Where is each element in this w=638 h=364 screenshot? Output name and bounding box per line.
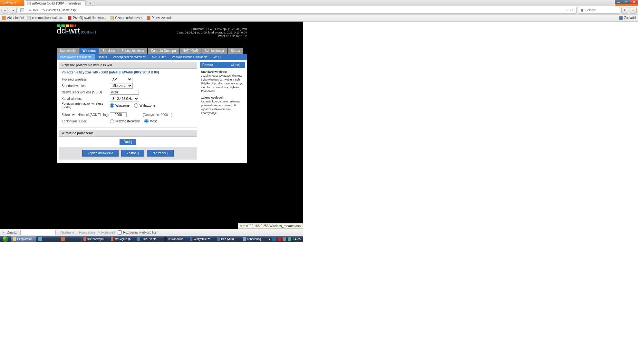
youtube-icon xyxy=(68,16,72,20)
label-broadcast: Pokazywanie nazwy wireless (SSID) xyxy=(62,102,110,109)
taskbar-item[interactable]: Bez tytułu - ... xyxy=(215,236,241,242)
form-physical: Polaczenie fizyczne wl0 - SSID [inteli ]… xyxy=(59,69,197,128)
section-physical-title: Fizyczne polaczenie wireless wl0 xyxy=(59,62,197,69)
tab-security[interactable]: Zabezpieczenia xyxy=(118,48,147,54)
wanip-text: WAN IP: 192.168.10.2 xyxy=(57,34,247,38)
start-button[interactable] xyxy=(0,236,11,242)
url-bar[interactable]: 192.168.0.253/Wireless_Basic.asp ☆ ▾ ↻ xyxy=(18,7,577,14)
help-em: Wylaczone xyxy=(201,90,215,93)
bookmark-label: chrome://seoquake/c... xyxy=(32,16,64,20)
input-ack[interactable] xyxy=(110,112,127,117)
apply-button[interactable]: Zastosuj xyxy=(121,150,144,157)
page-icon xyxy=(27,2,31,5)
window-minimize[interactable]: — xyxy=(615,0,623,4)
tab-wireless[interactable]: Wireless xyxy=(79,48,99,54)
bookmark-item[interactable]: Prześlij swój film wide... xyxy=(68,16,107,20)
radio-bridged[interactable] xyxy=(144,119,149,123)
taskbar-item[interactable]: ddnsconfig.... xyxy=(241,236,266,242)
tab-access[interactable]: Kontrola Dostepu xyxy=(148,48,179,54)
select-standard[interactable]: Mieszana xyxy=(110,83,133,89)
bookmark-label: Aktualności xyxy=(7,16,24,20)
radio-broadcast-on[interactable] xyxy=(110,103,114,108)
google-icon xyxy=(580,8,584,12)
tab-admin[interactable]: Administracja xyxy=(201,48,227,54)
taskbar-item[interactable]: TCP Events ... xyxy=(135,236,162,242)
bookmark-item[interactable]: Aktualności xyxy=(2,16,24,20)
find-next-label: Następne xyxy=(61,231,74,234)
folder-icon xyxy=(110,16,114,20)
downloads-button[interactable]: ⬇ xyxy=(621,7,628,14)
url-text: 192.168.0.253/Wireless_Basic.asp xyxy=(26,8,564,12)
add-button[interactable]: Dodaj xyxy=(120,139,136,145)
cancel-button[interactable]: Nie zapisuj xyxy=(147,150,174,157)
feed-icon xyxy=(2,16,6,20)
select-channel[interactable]: 3 - 2.422 GHz xyxy=(110,96,139,101)
radio-broadcast-off[interactable] xyxy=(134,103,138,108)
window-maximize[interactable]: □ xyxy=(623,0,630,4)
subtab-mac-filter[interactable]: MAC Filter xyxy=(149,54,169,60)
taskbar-item[interactable]: Wszystkie ze... xyxy=(188,236,215,242)
label-ssid: Nazwa sieci wireless (SSID) xyxy=(62,91,110,94)
taskbar-item[interactable]: C:\Windows... xyxy=(162,236,188,242)
tray-icon[interactable] xyxy=(277,237,281,241)
bookmarks-menu-button[interactable]: Zakładki xyxy=(619,16,636,20)
tab-nat[interactable]: NAT / QoS xyxy=(179,48,201,54)
browser-tab-active[interactable]: wrt54glup (build 13064) - Wireless xyxy=(25,0,86,6)
select-type[interactable]: AP xyxy=(110,77,132,82)
subtab-radius[interactable]: Radius xyxy=(95,54,110,60)
window-close[interactable]: ✕ xyxy=(630,0,638,4)
taskbar-item[interactable]: Eksplorator... xyxy=(11,236,36,242)
find-prev-button[interactable]: ↑ Poprzednie xyxy=(77,231,96,234)
tab-services[interactable]: Services xyxy=(99,48,118,54)
volume-icon[interactable] xyxy=(283,237,286,241)
bookmark-label: Pierwsze kroki xyxy=(152,16,172,20)
bookmark-item[interactable]: Pierwsze kroki xyxy=(147,16,172,20)
find-input[interactable] xyxy=(20,230,56,235)
router-header: dd-wrt.com ... control panel Firmware: D… xyxy=(57,22,247,46)
ack-hint: (Domyslnie: 2000 m) xyxy=(143,113,172,117)
taskbar-item[interactable]: site:naszapol... xyxy=(81,236,109,242)
subtab-advanced[interactable]: Zaawansowane Ustawienia xyxy=(169,54,211,60)
bookmark-label: Zakładki xyxy=(624,16,636,20)
site-identity-icon[interactable] xyxy=(20,8,24,12)
taskbar-item[interactable]: wrt54glup (b... xyxy=(109,236,135,242)
clock[interactable]: 14:35 xyxy=(293,237,301,241)
tab-strip: wrt54glup (build 13064) - Wireless + xyxy=(24,0,615,6)
help-more-link[interactable]: wiecej... xyxy=(231,63,242,67)
app-icon xyxy=(61,237,65,241)
task-label: C:\Windows... xyxy=(168,237,186,241)
subtab-basic[interactable]: Podstawowe Ustawienia xyxy=(57,54,95,60)
save-button[interactable]: Zapisz ustawienia xyxy=(82,150,119,157)
ie-icon xyxy=(190,237,192,241)
search-box[interactable]: Google xyxy=(578,7,620,14)
home-button[interactable]: ⌂ xyxy=(630,7,637,14)
subtab-wireless-security[interactable]: Zabezpieczenia Wireless xyxy=(110,54,149,60)
find-highlight-button[interactable]: ✎ Podświetl xyxy=(98,231,115,234)
forward-button[interactable]: ▸ xyxy=(10,7,17,14)
firefox-menu-button[interactable]: Firefox xyxy=(0,0,20,6)
bookmark-label: Prześlij swój film wide... xyxy=(73,16,107,20)
new-tab-button[interactable]: + xyxy=(87,1,94,6)
taskbar-item[interactable] xyxy=(36,236,59,242)
back-button[interactable]: ← xyxy=(1,7,8,14)
label-ack: Zakres wrazliwosci (ACK Timing) xyxy=(62,113,110,117)
tab-status[interactable]: Status xyxy=(227,48,243,54)
firefox-icon xyxy=(147,16,150,20)
radio-unbridged[interactable] xyxy=(110,119,114,123)
bookmark-item[interactable]: chrome://seoquake/c... xyxy=(27,16,64,20)
subtab-wds[interactable]: WDS xyxy=(211,54,224,60)
find-next-button[interactable]: ↓ Następne xyxy=(58,231,74,234)
tray-icon[interactable] xyxy=(272,237,276,241)
network-icon[interactable] xyxy=(288,237,291,241)
help-title: Pomoc xyxy=(202,63,213,67)
tab-setup[interactable]: Ustawienia xyxy=(57,48,79,54)
bookmark-item[interactable]: Często odwiedzane xyxy=(110,16,143,20)
taskbar-item[interactable] xyxy=(59,236,81,242)
folder-icon xyxy=(13,237,16,241)
label-bridged: Most xyxy=(150,120,157,123)
find-matchcase-checkbox[interactable] xyxy=(118,230,122,235)
input-ssid[interactable] xyxy=(110,90,139,95)
url-tools: ☆ ▾ ↻ xyxy=(566,8,575,12)
find-close-icon[interactable]: ✕ xyxy=(2,231,5,234)
system-tray[interactable]: ▲ 14:35 xyxy=(266,236,303,242)
